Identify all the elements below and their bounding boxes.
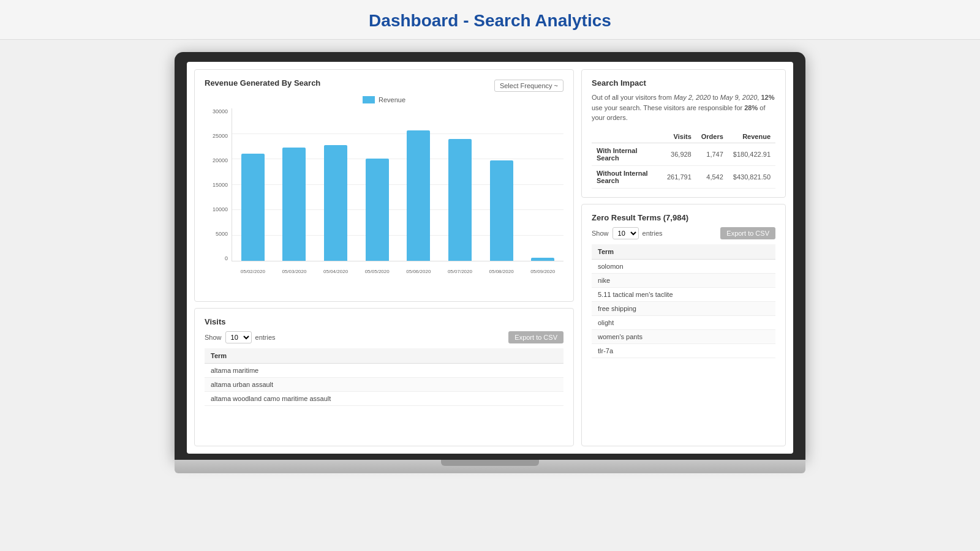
y-axis: 30000 25000 20000 15000 10000 5000 0 bbox=[205, 108, 232, 261]
show-entries-row: Show 10 25 50 entries Export to CSV bbox=[205, 331, 564, 343]
select-frequency-dropdown[interactable]: Select Frequency ~ bbox=[494, 80, 564, 92]
laptop-base bbox=[175, 460, 805, 473]
impact-cell-visits: 261,791 bbox=[662, 165, 696, 188]
zero-table-header: Term bbox=[592, 244, 775, 260]
zero-table-row: free shipping bbox=[592, 302, 775, 316]
y-label-20000: 20000 bbox=[213, 157, 228, 163]
show-left: Show 10 25 50 entries bbox=[205, 331, 276, 343]
zero-entries-select[interactable]: 10 25 bbox=[612, 227, 639, 239]
bar-group: 05/08/2020 bbox=[481, 108, 522, 261]
bar-chart-area: 30000 25000 20000 15000 10000 5000 0 bbox=[205, 108, 564, 280]
zero-table-row: olight bbox=[592, 316, 775, 330]
page-title: Dashboard - Search Analytics bbox=[0, 11, 980, 31]
search-impact-card: Search Impact Out of all your visitors f… bbox=[581, 69, 786, 198]
impact-table: Visits Orders Revenue With Internal Sear… bbox=[592, 130, 775, 189]
impact-col-visits: Visits bbox=[662, 130, 696, 143]
chart-header: Revenue Generated By Search Select Frequ… bbox=[205, 78, 564, 92]
visits-export-btn[interactable]: Export to CSV bbox=[508, 331, 564, 343]
dashboard: Revenue Generated By Search Select Frequ… bbox=[187, 62, 793, 454]
laptop-screen-frame: Revenue Generated By Search Select Frequ… bbox=[175, 52, 805, 460]
revenue-chart-card: Revenue Generated By Search Select Frequ… bbox=[194, 69, 574, 302]
zero-table-row: tlr-7a bbox=[592, 344, 775, 358]
visits-title: Visits bbox=[205, 317, 564, 326]
bar-group: 05/02/2020 bbox=[232, 108, 274, 261]
impact-cell-orders: 1,747 bbox=[696, 143, 728, 165]
page-title-bar: Dashboard - Search Analytics bbox=[0, 0, 980, 40]
bar bbox=[241, 154, 265, 261]
visits-table-row: altama urban assault bbox=[205, 378, 564, 392]
x-axis-label: 05/05/2020 bbox=[365, 269, 390, 274]
y-label-10000: 10000 bbox=[213, 206, 228, 212]
bar-group: 05/07/2020 bbox=[439, 108, 481, 261]
bars-container: 05/02/202005/03/202005/04/202005/05/2020… bbox=[232, 108, 564, 261]
x-axis-label: 05/04/2020 bbox=[323, 269, 348, 274]
zero-entries-label: entries bbox=[643, 230, 663, 237]
impact-col-orders: Orders bbox=[696, 130, 728, 143]
right-panel: Search Impact Out of all your visitors f… bbox=[574, 69, 786, 446]
bar-group: 05/09/2020 bbox=[522, 108, 564, 261]
impact-table-row: Without Internal Search261,7914,542$430,… bbox=[592, 165, 775, 188]
zero-table-row: women's pants bbox=[592, 330, 775, 344]
impact-cell-revenue: $180,422.91 bbox=[728, 143, 775, 165]
zero-result-title: Zero Result Terms (7,984) bbox=[592, 213, 775, 222]
x-axis-label: 05/09/2020 bbox=[530, 269, 555, 274]
y-label-30000: 30000 bbox=[213, 108, 228, 114]
zero-show-left: Show 10 25 entries bbox=[592, 227, 663, 239]
impact-description: Out of all your visitors from May 2, 202… bbox=[592, 92, 775, 123]
zero-table-row: solomon bbox=[592, 260, 775, 274]
bar-group: 05/06/2020 bbox=[398, 108, 440, 261]
impact-col-label bbox=[592, 130, 662, 143]
impact-cell-orders: 4,542 bbox=[696, 165, 728, 188]
zero-table-body: solomonnike5.11 tactical men's taclitefr… bbox=[592, 260, 775, 358]
y-label-5000: 5000 bbox=[216, 231, 228, 237]
zero-show-label: Show bbox=[592, 230, 609, 237]
laptop-screen: Revenue Generated By Search Select Frequ… bbox=[187, 62, 793, 454]
zero-export-btn[interactable]: Export to CSV bbox=[720, 227, 775, 239]
zero-show-entries-row: Show 10 25 entries Export to CSV bbox=[592, 227, 775, 239]
legend-label: Revenue bbox=[379, 96, 405, 103]
bar bbox=[282, 148, 306, 261]
bar bbox=[448, 139, 472, 261]
zero-result-card: Zero Result Terms (7,984) Show 10 25 ent… bbox=[581, 204, 786, 447]
bar bbox=[366, 159, 389, 261]
visits-table-row: altama woodland camo maritime assault bbox=[205, 392, 564, 406]
bar bbox=[531, 258, 554, 261]
zero-table-row: 5.11 tactical men's taclite bbox=[592, 288, 775, 302]
x-axis-label: 05/08/2020 bbox=[489, 269, 514, 274]
revenue-chart-title: Revenue Generated By Search bbox=[205, 78, 320, 88]
visits-entries-label: entries bbox=[255, 334, 276, 341]
impact-table-row: With Internal Search36,9281,747$180,422.… bbox=[592, 143, 775, 165]
y-label-25000: 25000 bbox=[213, 133, 228, 139]
x-axis-label: 05/07/2020 bbox=[448, 269, 472, 274]
impact-cell-label: With Internal Search bbox=[592, 143, 662, 165]
bar bbox=[324, 145, 347, 261]
bar bbox=[407, 130, 430, 261]
laptop-wrapper: Revenue Generated By Search Select Frequ… bbox=[175, 52, 805, 473]
bar-group: 05/03/2020 bbox=[274, 108, 315, 261]
visits-entries-select[interactable]: 10 25 50 bbox=[225, 331, 252, 343]
zero-table-row: nike bbox=[592, 274, 775, 288]
impact-col-revenue: Revenue bbox=[728, 130, 775, 143]
visits-card: Visits Show 10 25 50 entries bbox=[194, 308, 574, 446]
bar-group: 05/04/2020 bbox=[315, 108, 356, 261]
y-label-15000: 15000 bbox=[213, 182, 228, 188]
left-panel: Revenue Generated By Search Select Frequ… bbox=[194, 69, 574, 446]
visits-table-body: altama maritimealtama urban assaultaltam… bbox=[205, 364, 564, 406]
x-axis-label: 05/06/2020 bbox=[406, 269, 431, 274]
search-impact-title: Search Impact bbox=[592, 78, 775, 88]
bar bbox=[490, 160, 513, 261]
impact-cell-visits: 36,928 bbox=[662, 143, 696, 165]
chart-legend: Revenue bbox=[205, 96, 564, 103]
y-label-0: 0 bbox=[225, 255, 228, 261]
visits-table-row: altama maritime bbox=[205, 364, 564, 378]
visits-show-label: Show bbox=[205, 334, 222, 341]
bar-group: 05/05/2020 bbox=[356, 108, 398, 261]
visits-table-header: Term bbox=[205, 348, 564, 364]
impact-cell-revenue: $430,821.50 bbox=[728, 165, 775, 188]
x-axis-label: 05/02/2020 bbox=[241, 269, 265, 274]
impact-cell-label: Without Internal Search bbox=[592, 165, 662, 188]
x-axis-label: 05/03/2020 bbox=[282, 269, 306, 274]
legend-color-box bbox=[363, 96, 375, 103]
